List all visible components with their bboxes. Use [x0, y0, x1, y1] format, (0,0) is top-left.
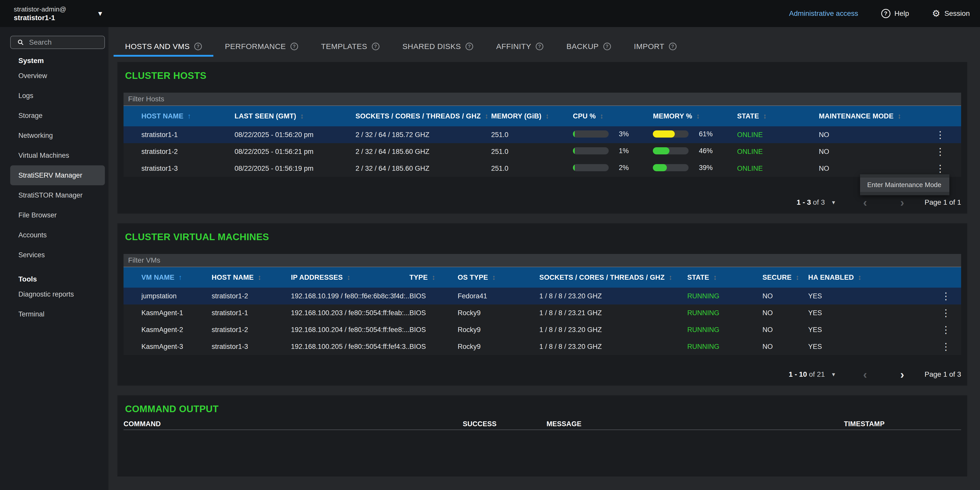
cpu-pct-label: 2% [619, 164, 629, 172]
tab-templates[interactable]: TEMPLATES ? [310, 38, 391, 57]
tab-shared-disks[interactable]: SHARED DISKS ? [391, 38, 485, 57]
sidebar-item-storage[interactable]: Storage [10, 106, 105, 126]
vms-col-ha[interactable]: HA ENABLED↕ [808, 273, 933, 282]
cell-mem-pct: 61% [653, 130, 737, 140]
menu-item-enter-maintenance-mode[interactable]: Enter Maintenance Mode [860, 178, 950, 192]
cell-last-seen: 08/22/2025 - 01:56:21 pm [234, 148, 355, 156]
per-page-caret-icon[interactable]: ▾ [832, 371, 835, 378]
next-page-button[interactable]: › [897, 369, 907, 380]
command-output-title: COMMAND OUTPUT [125, 404, 961, 415]
cell-maintenance: NO [819, 131, 921, 139]
host-row[interactable]: stratistor1-1 08/22/2025 - 01:56:20 pm 2… [124, 126, 961, 143]
tab-performance[interactable]: PERFORMANCE ? [213, 38, 310, 57]
sort-icon: ↕ [347, 273, 350, 282]
tab-label: TEMPLATES [321, 42, 367, 51]
sidebar-item-file-browser[interactable]: File Browser [10, 205, 105, 225]
host-row[interactable]: stratistor1-3 08/22/2025 - 01:56:19 pm 2… [124, 160, 961, 177]
tab-label: IMPORT [634, 42, 664, 51]
help-button[interactable]: ? Help [881, 9, 909, 18]
tab-help-icon[interactable]: ? [603, 43, 611, 50]
vms-col-vm-name[interactable]: VM NAME↑ [142, 273, 212, 282]
hosts-col-memory[interactable]: MEMORY (GiB)↕ [491, 112, 573, 120]
hosts-col-topology[interactable]: SOCKETS / CORES / THREADS / GHZ↕ [355, 112, 491, 120]
hosts-col-cpu-pct[interactable]: CPU %↕ [573, 112, 653, 120]
vms-col-host-name[interactable]: HOST NAME↕ [212, 273, 291, 282]
search-input[interactable] [29, 38, 99, 46]
hosts-col-state[interactable]: STATE↕ [737, 112, 819, 120]
tab-backup[interactable]: BACKUP ? [555, 38, 622, 57]
hosts-col-last-seen[interactable]: LAST SEEN (GMT)↕ [234, 112, 355, 120]
tab-hosts-and-vms[interactable]: HOSTS AND VMS ? [114, 38, 213, 57]
sidebar-item-overview[interactable]: Overview [10, 66, 105, 86]
tab-label: BACKUP [566, 42, 598, 51]
vms-col-type[interactable]: TYPE↕ [409, 273, 458, 282]
host-row[interactable]: stratistor1-2 08/22/2025 - 01:56:21 pm 2… [124, 143, 961, 160]
next-page-button[interactable]: › [897, 197, 907, 207]
vm-row[interactable]: jumpstation stratistor1-2 192.168.10.199… [124, 288, 961, 304]
kebab-menu-button[interactable]: ⋮ [932, 130, 948, 140]
tab-help-icon[interactable]: ? [536, 43, 543, 50]
vms-col-secure[interactable]: SECURE↕ [762, 273, 808, 282]
tab-help-icon[interactable]: ? [669, 43, 676, 50]
vm-row[interactable]: KasmAgent-1 stratistor1-1 192.168.100.20… [124, 304, 961, 321]
help-label: Help [894, 10, 909, 18]
cell-type: BIOS [409, 292, 458, 300]
cell-state: ONLINE [737, 165, 819, 172]
vms-range[interactable]: 1 - 10 of 21 [789, 370, 825, 379]
vm-row[interactable]: KasmAgent-3 stratistor1-3 192.168.100.20… [124, 338, 961, 355]
hosts-col-maintenance[interactable]: MAINTENANCE MODE↕ [819, 112, 921, 120]
vms-col-os-type[interactable]: OS TYPE↕ [458, 273, 539, 282]
cell-secure: NO [762, 343, 808, 351]
sidebar-item-networking[interactable]: Networking [10, 126, 105, 145]
col-label: CPU % [573, 112, 596, 120]
hosts-range[interactable]: 1 - 3 of 3 [797, 198, 825, 207]
tab-help-icon[interactable]: ? [194, 43, 202, 50]
tab-help-icon[interactable]: ? [372, 43, 380, 50]
col-label: STATE [737, 112, 759, 120]
kebab-menu-button[interactable]: ⋮ [937, 325, 954, 334]
page-indicator: Page 1 of 1 [924, 198, 961, 207]
vm-row[interactable]: KasmAgent-2 stratistor1-2 192.168.100.20… [124, 321, 961, 338]
sidebar-item-stratiserv-manager[interactable]: StratiSERV Manager [10, 165, 105, 185]
hosts-filter-input[interactable] [124, 95, 961, 103]
cpu-progress-bar [573, 147, 609, 154]
vms-filter-bar [124, 254, 961, 267]
tab-help-icon[interactable]: ? [466, 43, 473, 50]
kebab-menu-button[interactable]: ⋮ [937, 342, 954, 352]
cell-type: BIOS [409, 309, 458, 317]
sidebar-item-accounts[interactable]: Accounts [10, 225, 105, 245]
session-button[interactable]: ⚙ Session [932, 9, 970, 18]
tab-help-icon[interactable]: ? [290, 43, 298, 50]
tab-label: PERFORMANCE [225, 42, 286, 51]
sidebar-item-stratistor-manager[interactable]: StratiSTOR Manager [10, 185, 105, 205]
hosts-col-memory-pct[interactable]: MEMORY %↕ [653, 112, 737, 120]
sidebar-item-virtual-machines[interactable]: Virtual Machines [10, 145, 105, 165]
kebab-menu-button[interactable]: ⋮ [932, 147, 948, 156]
vms-col-ip[interactable]: IP ADDRESSES↕ [291, 273, 409, 282]
vms-col-topology[interactable]: SOCKETS / CORES / THREADS / GHZ↕ [539, 273, 687, 282]
sidebar-item-diagnostic-reports[interactable]: Diagnostic reports [10, 284, 105, 304]
col-label: SECURE [762, 274, 791, 282]
col-label: STATE [687, 274, 709, 282]
sidebar-item-terminal[interactable]: Terminal [10, 304, 105, 324]
kebab-menu-button[interactable]: ⋮ [937, 308, 954, 318]
per-page-caret-icon[interactable]: ▾ [832, 199, 835, 206]
vms-col-state[interactable]: STATE↕ [687, 273, 762, 282]
prev-page-button[interactable]: ‹ [861, 197, 870, 207]
kebab-menu-button[interactable]: ⋮ [937, 291, 954, 301]
sidebar-search[interactable] [10, 36, 105, 49]
tab-affinity[interactable]: AFFINITY ? [485, 38, 555, 57]
sort-icon: ↕ [301, 112, 304, 120]
hosts-col-host-name[interactable]: HOST NAME↑ [142, 112, 234, 120]
prev-page-button[interactable]: ‹ [861, 369, 870, 380]
sidebar-item-services[interactable]: Services [10, 245, 105, 265]
cell-ha-enabled: YES [808, 326, 933, 334]
user-host-menu[interactable]: stratistor-admin@ stratistor1-1 ▼ [14, 5, 103, 22]
sidebar-item-logs[interactable]: Logs [10, 86, 105, 106]
tab-import[interactable]: IMPORT ? [622, 38, 688, 57]
kebab-menu-button[interactable]: ⋮ [932, 164, 948, 173]
col-label: MEMORY (GiB) [491, 112, 541, 120]
administrative-access-link[interactable]: Administrative access [789, 10, 858, 18]
vms-filter-input[interactable] [124, 256, 961, 264]
cpu-progress-bar [573, 130, 609, 138]
